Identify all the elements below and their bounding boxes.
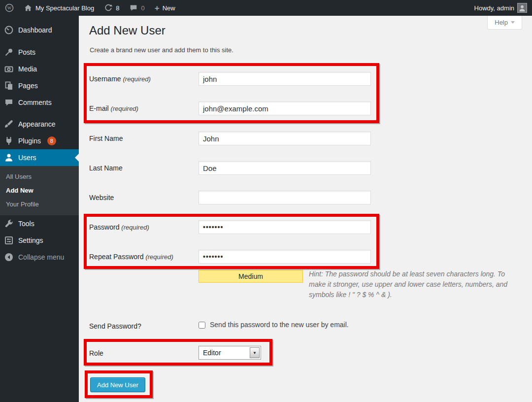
sidebar-item-label: Tools bbox=[18, 220, 34, 228]
username-field[interactable] bbox=[199, 72, 371, 86]
repeat-password-label: Repeat Password (required) bbox=[89, 253, 197, 261]
website-field[interactable] bbox=[199, 191, 371, 204]
role-label: Role bbox=[89, 349, 197, 357]
wordpress-logo-icon: W bbox=[5, 3, 14, 12]
sidebar: Dashboard Posts Media Pages Comments bbox=[0, 16, 79, 402]
last-name-label: Last Name bbox=[89, 164, 197, 172]
user-icon bbox=[4, 153, 14, 163]
menu-separator bbox=[0, 111, 79, 116]
update-icon bbox=[104, 3, 113, 12]
first-name-label: First Name bbox=[89, 134, 197, 142]
role-selected-value: Editor bbox=[199, 349, 249, 357]
password-field[interactable] bbox=[199, 220, 371, 234]
sidebar-item-settings[interactable]: Settings bbox=[0, 232, 79, 249]
plug-icon bbox=[4, 136, 14, 146]
sidebar-item-tools[interactable]: Tools bbox=[0, 215, 79, 232]
collapse-icon bbox=[4, 252, 14, 262]
sidebar-item-plugins[interactable]: Plugins 8 bbox=[0, 133, 79, 149]
media-icon bbox=[4, 64, 14, 74]
sidebar-item-label: Settings bbox=[18, 236, 43, 244]
avatar bbox=[517, 3, 527, 13]
required-hint: (required) bbox=[121, 224, 149, 231]
page-title: Add New User bbox=[89, 24, 166, 37]
plus-icon: + bbox=[155, 4, 160, 12]
submenu-item-add-new[interactable]: Add New bbox=[0, 184, 79, 198]
first-name-field[interactable] bbox=[199, 132, 371, 145]
comments-link[interactable]: 0 bbox=[124, 0, 149, 16]
site-name-link[interactable]: My Spectacular Blog bbox=[19, 0, 99, 16]
settings-icon bbox=[4, 235, 14, 245]
new-content-link[interactable]: + New bbox=[150, 0, 180, 16]
new-label: New bbox=[163, 4, 175, 12]
website-label: Website bbox=[89, 194, 197, 201]
wrench-icon bbox=[4, 219, 14, 229]
sidebar-item-label: Users bbox=[18, 154, 36, 162]
required-hint: (required) bbox=[123, 75, 150, 83]
chevron-down-icon bbox=[511, 21, 515, 24]
send-password-checkbox-label: Send this password to the new user by em… bbox=[210, 321, 349, 329]
password-label: Password (required) bbox=[89, 223, 197, 231]
send-password-label: Send Password? bbox=[89, 322, 197, 330]
users-submenu: All Users Add New Your Profile bbox=[0, 166, 79, 215]
dashboard-icon bbox=[4, 25, 14, 35]
submenu-item-your-profile[interactable]: Your Profile bbox=[0, 198, 79, 211]
sidebar-item-comments[interactable]: Comments bbox=[0, 94, 79, 111]
help-label: Help bbox=[495, 16, 508, 29]
required-hint: (required) bbox=[145, 253, 173, 261]
main-content: Help Add New User Create a brand new use… bbox=[79, 16, 532, 402]
username-label: Username (required) bbox=[89, 75, 197, 83]
comment-count: 0 bbox=[141, 4, 144, 12]
role-select[interactable]: Editor ▼ bbox=[199, 346, 261, 360]
email-field[interactable] bbox=[199, 101, 371, 115]
password-hint: Hint: The password should be at least se… bbox=[170, 269, 515, 300]
current-menu-arrow bbox=[75, 154, 79, 162]
admin-bar: W My Spectacular Blog 8 0 + New Howdy, a… bbox=[0, 0, 532, 16]
sidebar-item-posts[interactable]: Posts bbox=[0, 44, 79, 61]
svg-text:W: W bbox=[7, 5, 12, 10]
sidebar-item-appearance[interactable]: Appearance bbox=[0, 116, 79, 133]
submenu-item-all-users[interactable]: All Users bbox=[0, 170, 79, 184]
pushpin-icon bbox=[4, 47, 14, 57]
plugins-update-badge: 8 bbox=[47, 136, 56, 145]
last-name-field[interactable] bbox=[199, 161, 371, 175]
select-dropdown-icon: ▼ bbox=[250, 347, 260, 358]
howdy-text: Howdy, admin bbox=[474, 4, 514, 12]
sidebar-item-label: Pages bbox=[18, 82, 38, 90]
help-button[interactable]: Help bbox=[487, 16, 522, 30]
sidebar-item-label: Plugins bbox=[18, 137, 41, 145]
repeat-password-field[interactable] bbox=[199, 250, 371, 264]
sidebar-item-label: Posts bbox=[18, 48, 35, 56]
updates-link[interactable]: 8 bbox=[99, 0, 124, 16]
collapse-menu-button[interactable]: Collapse menu bbox=[0, 249, 79, 266]
send-password-checkbox[interactable] bbox=[199, 322, 205, 329]
sidebar-item-pages[interactable]: Pages bbox=[0, 77, 79, 94]
sidebar-item-label: Media bbox=[18, 65, 37, 73]
add-new-user-button[interactable]: Add New User bbox=[90, 377, 145, 392]
page-subtitle: Create a brand new user and add them to … bbox=[90, 46, 233, 54]
sidebar-item-users[interactable]: Users bbox=[0, 149, 79, 166]
sidebar-item-media[interactable]: Media bbox=[0, 61, 79, 77]
email-label: E-mail (required) bbox=[89, 104, 197, 112]
menu-separator bbox=[0, 38, 79, 44]
required-hint: (required) bbox=[111, 105, 138, 112]
home-icon bbox=[24, 3, 33, 12]
sidebar-item-label: Dashboard bbox=[18, 26, 52, 34]
brush-icon bbox=[4, 119, 14, 129]
site-name: My Spectacular Blog bbox=[35, 4, 94, 12]
sidebar-item-label: Appearance bbox=[18, 120, 56, 128]
my-account-link[interactable]: Howdy, admin bbox=[469, 0, 532, 16]
update-count: 8 bbox=[116, 4, 119, 12]
sidebar-item-label: Comments bbox=[18, 99, 52, 106]
sidebar-item-label: Collapse menu bbox=[18, 253, 64, 261]
comment-bubble-icon bbox=[129, 3, 138, 12]
wordpress-logo-menu[interactable]: W bbox=[0, 0, 19, 16]
pages-icon bbox=[4, 81, 14, 91]
comment-icon bbox=[4, 98, 14, 107]
sidebar-item-dashboard[interactable]: Dashboard bbox=[0, 22, 79, 38]
